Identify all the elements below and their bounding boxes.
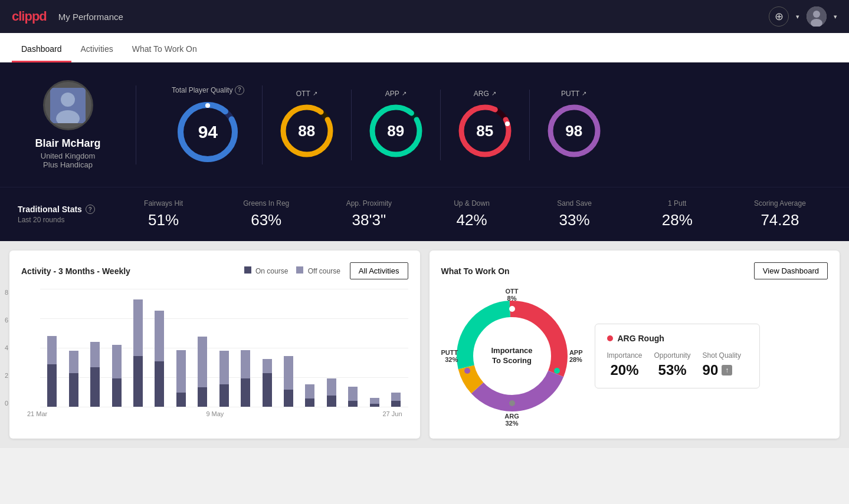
bottom-panels: Activity - 3 Months - Weekly On course O… bbox=[0, 241, 849, 448]
opportunity-value: 53% bbox=[654, 362, 691, 378]
bar-light-segment bbox=[112, 345, 122, 378]
hero-scores: Total Player Quality ? 94 OTT ↗ bbox=[136, 85, 831, 164]
bar-stack bbox=[327, 378, 336, 407]
bar-group bbox=[193, 289, 212, 407]
bar-dark-segment bbox=[198, 387, 207, 407]
app-gauge: 89 bbox=[366, 101, 425, 160]
info-card-header: ARG Rough bbox=[607, 334, 748, 343]
importance-label: Importance bbox=[607, 351, 643, 360]
avatar-dropdown[interactable]: ▾ bbox=[834, 13, 837, 21]
activity-chart-panel: Activity - 3 Months - Weekly On course O… bbox=[9, 251, 420, 439]
legend-on-course: On course bbox=[244, 266, 289, 275]
bar-stack bbox=[133, 299, 143, 407]
arg-donut-label: ARG32% bbox=[504, 413, 519, 427]
stat-1putt: 1 Putt 28% bbox=[626, 199, 729, 229]
stat-scoring: Scoring Average 74.28 bbox=[729, 199, 831, 229]
chart-x-axis: 21 Mar 9 May 27 Jun bbox=[21, 410, 408, 417]
bar-light-segment bbox=[241, 350, 250, 378]
bar-light-segment bbox=[348, 387, 358, 401]
trad-stats-period: Last 20 rounds bbox=[18, 216, 112, 224]
bar-group bbox=[150, 289, 169, 407]
tab-activities[interactable]: Activities bbox=[71, 36, 123, 62]
bar-stack bbox=[90, 342, 100, 407]
bar-stack bbox=[241, 350, 250, 407]
header-title: My Performance bbox=[58, 12, 123, 22]
bar-group bbox=[64, 289, 83, 407]
svg-point-8 bbox=[205, 103, 210, 108]
player-name: Blair McHarg bbox=[35, 137, 100, 150]
putt-donut-label: PUTT32% bbox=[441, 349, 458, 363]
chart-controls: On course Off course All Activities bbox=[244, 262, 408, 279]
bar-stack bbox=[155, 311, 164, 407]
svg-point-4 bbox=[61, 93, 75, 107]
svg-point-27 bbox=[464, 368, 470, 374]
arg-gauge: 85 bbox=[455, 101, 514, 160]
stat-updown-label: Up & Down bbox=[420, 199, 523, 207]
stat-proximity: App. Proximity 38'3" bbox=[317, 199, 420, 229]
stat-scoring-value: 74.28 bbox=[729, 211, 831, 229]
svg-point-25 bbox=[554, 368, 560, 374]
donut-chart: Importance To Scoring OTT8% APP28% ARG32… bbox=[441, 285, 583, 427]
app-value: 89 bbox=[387, 121, 404, 140]
stat-proximity-label: App. Proximity bbox=[317, 199, 420, 207]
off-course-dot bbox=[296, 266, 303, 274]
logo[interactable]: clippd bbox=[12, 9, 47, 24]
bar-dark-segment bbox=[348, 401, 358, 407]
putt-label: PUTT ↗ bbox=[561, 90, 586, 98]
bar-group bbox=[365, 289, 384, 407]
bar-light-segment bbox=[370, 398, 379, 404]
chart-title: Activity - 3 Months - Weekly bbox=[21, 266, 130, 276]
bar-light-segment bbox=[133, 299, 143, 356]
svg-point-13 bbox=[394, 105, 398, 110]
svg-point-19 bbox=[578, 106, 582, 110]
stat-fairways-label: Fairways Hit bbox=[112, 199, 215, 207]
tab-dashboard[interactable]: Dashboard bbox=[12, 36, 71, 62]
tab-what-to-work-on[interactable]: What To Work On bbox=[123, 36, 206, 62]
wtwo-header: What To Work On View Dashboard bbox=[441, 262, 828, 279]
ott-score: OTT ↗ 88 bbox=[263, 90, 352, 160]
bar-dark-segment bbox=[219, 384, 229, 407]
bar-group bbox=[343, 289, 362, 407]
info-col-opportunity: Opportunity 53% bbox=[654, 351, 691, 378]
add-button[interactable]: ⊕ bbox=[769, 6, 789, 27]
player-avatar bbox=[43, 80, 93, 130]
bar-group bbox=[386, 289, 405, 407]
header-left: clippd My Performance bbox=[12, 9, 123, 24]
bar-group bbox=[42, 289, 61, 407]
arg-label: ARG ↗ bbox=[474, 90, 496, 98]
quality-value-wrap: 90 ↑ bbox=[703, 362, 741, 378]
bar-light-segment bbox=[391, 393, 401, 401]
plus-icon: ⊕ bbox=[775, 10, 784, 23]
arg-value: 85 bbox=[476, 121, 493, 140]
help-icon[interactable]: ? bbox=[235, 85, 244, 95]
importance-value: 20% bbox=[607, 362, 643, 378]
traditional-stats: Traditional Stats ? Last 20 rounds Fairw… bbox=[0, 187, 849, 241]
bar-stack bbox=[69, 351, 78, 407]
trad-help-icon[interactable]: ? bbox=[86, 205, 95, 214]
stat-greens: Greens In Reg 63% bbox=[215, 199, 317, 229]
trad-stats-title: Traditional Stats ? bbox=[18, 205, 112, 214]
view-dashboard-button[interactable]: View Dashboard bbox=[754, 262, 828, 279]
legend-off-course: Off course bbox=[296, 266, 340, 275]
bar-light-segment bbox=[47, 336, 57, 364]
bar-light-segment bbox=[305, 384, 314, 398]
info-card: ARG Rough Importance 20% Opportunity 53%… bbox=[595, 324, 760, 388]
wtwo-content: Importance To Scoring OTT8% APP28% ARG32… bbox=[441, 285, 828, 427]
app-label: APP ↗ bbox=[385, 90, 407, 98]
quality-box: ↑ bbox=[722, 365, 732, 375]
player-handicap: Plus Handicap bbox=[43, 160, 93, 169]
avatar[interactable] bbox=[807, 6, 827, 27]
svg-point-26 bbox=[509, 400, 515, 406]
bar-light-segment bbox=[198, 337, 207, 387]
app-donut-label: APP28% bbox=[569, 349, 583, 363]
info-card-cols: Importance 20% Opportunity 53% Shot Qual… bbox=[607, 351, 748, 378]
stat-sandsave-label: Sand Save bbox=[523, 199, 626, 207]
quality-label: Shot Quality bbox=[703, 351, 741, 360]
total-gauge: 94 bbox=[175, 100, 240, 164]
chart-header: Activity - 3 Months - Weekly On course O… bbox=[21, 262, 408, 279]
add-dropdown[interactable]: ▾ bbox=[796, 13, 799, 21]
chart-wrapper: 8 6 4 2 0 bbox=[21, 289, 408, 407]
bar-group bbox=[129, 289, 147, 407]
all-activities-button[interactable]: All Activities bbox=[350, 262, 408, 279]
stat-fairways: Fairways Hit 51% bbox=[112, 199, 215, 229]
